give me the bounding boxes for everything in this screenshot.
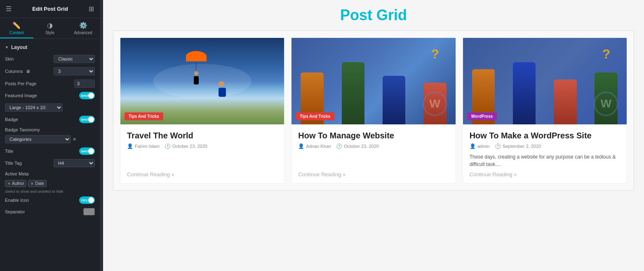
resize-handle[interactable]: ⋮ <box>100 0 103 271</box>
separator-label: Separator <box>5 209 81 214</box>
sky-head <box>194 71 198 75</box>
post-card-1: Tips And Tricks Travel The World 👤 Fahim… <box>120 37 284 184</box>
person-2 <box>342 62 365 124</box>
freefall-head <box>219 81 224 87</box>
image-size-row: Large - 1024 x 10: <box>0 101 100 114</box>
menu-icon[interactable]: ☰ <box>5 4 12 14</box>
post-2-body: How To Manage Website 👤 Adnan Khan 🕐 Oct… <box>291 124 455 183</box>
post-2-continue[interactable]: Continue Reading » <box>298 171 449 178</box>
post-image-wp1: ? W Tips And Tricks <box>291 38 455 124</box>
featured-image-toggle[interactable]: SHOW <box>79 92 95 99</box>
posts-per-page-input[interactable] <box>74 79 95 88</box>
columns-label: Columns 🖥 <box>5 69 51 74</box>
post-1-title: Travel The World <box>127 130 277 141</box>
post-1-author: 👤 Fahim Islam <box>127 143 160 149</box>
post-card-3: ? W WordPress How To Make a WordPress Si… <box>463 37 627 184</box>
badge-taxonomy-select[interactable]: Categories <box>5 135 71 143</box>
skin-select[interactable]: Classic <box>54 55 95 63</box>
active-meta-tags: ✕ Author ✕ Date <box>0 178 100 189</box>
post-3-continue[interactable]: Continue Reading » <box>470 171 620 178</box>
posts-per-page-row: Posts Per Page <box>0 77 100 90</box>
title-tag-label: Title Tag <box>5 161 51 166</box>
post-image-sky: Tips And Tricks <box>120 38 284 124</box>
tab-advanced[interactable]: ⚙️ Advanced <box>66 18 100 38</box>
post-2-author-name: Adnan Khan <box>306 144 331 149</box>
tag-date[interactable]: ✕ Date <box>28 180 46 187</box>
freefall-person <box>219 81 226 97</box>
featured-image-toggle-label: SHOW <box>79 94 91 98</box>
content-icon: ✏️ <box>12 21 21 29</box>
active-meta-row: Active Meta <box>0 169 100 178</box>
wp-logo-2: W <box>594 91 618 116</box>
grid-icon[interactable]: ⊞ <box>88 4 95 14</box>
badge-label: Badge <box>5 117 77 122</box>
monitor-icon: 🖥 <box>26 69 30 74</box>
person-3 <box>383 76 406 124</box>
author-icon-3: 👤 <box>470 143 476 149</box>
post-3-date: 🕐 September 2, 2020 <box>495 143 541 149</box>
post-1-author-name: Fahim Islam <box>135 144 160 149</box>
post-1-body: Travel The World 👤 Fahim Islam 🕐 October… <box>120 124 284 183</box>
badge-taxonomy-control-row: Categories ✕ <box>0 134 100 145</box>
post-3-title: How To Make a WordPress Site <box>470 130 620 141</box>
badge-taxonomy-control: Categories ✕ <box>5 135 76 143</box>
post-2-author: 👤 Adnan Khan <box>298 143 331 149</box>
separator-row: Separator <box>0 206 100 217</box>
sidebar-body: ▼ Layout Skin Classic Columns 🖥 3 2 1 Po… <box>0 39 100 271</box>
separator-color-swatch[interactable] <box>83 208 95 215</box>
tab-content[interactable]: ✏️ Content <box>0 18 33 38</box>
tabs: ✏️ Content ◑ Style ⚙️ Advanced <box>0 18 100 39</box>
post-3-author: 👤 admin <box>470 143 490 149</box>
tag-author-label: Author <box>12 181 24 186</box>
post-1-continue[interactable]: Continue Reading » <box>127 171 277 178</box>
enable-icon-label: Enable Icon <box>5 198 77 203</box>
question-marks-1: ? <box>431 47 439 62</box>
author-icon-2: 👤 <box>298 143 304 149</box>
layout-label: Layout <box>11 44 27 50</box>
post-1-badge: Tips And Tricks <box>125 112 163 120</box>
post-2-meta: 👤 Adnan Khan 🕐 October 23, 2020 <box>298 143 449 149</box>
tab-advanced-label: Advanced <box>74 30 92 35</box>
wp-logo-1: W <box>423 91 447 116</box>
post-grid: Tips And Tricks Travel The World 👤 Fahim… <box>113 30 634 191</box>
title-tag-select[interactable]: H4 H1 H2 H3 <box>54 159 95 167</box>
badge-taxonomy-label: Badge Taxonomy <box>5 127 95 132</box>
post-2-date: 🕐 October 23, 2020 <box>336 143 379 149</box>
post-3-meta: 👤 admin 🕐 September 2, 2020 <box>470 143 620 149</box>
post-1-date-value: October 23, 2020 <box>172 144 207 149</box>
badge-row: Badge SHOW <box>0 114 100 125</box>
tab-style[interactable]: ◑ Style <box>33 18 67 38</box>
title-label: Title <box>5 149 77 154</box>
post-3-badge: WordPress <box>467 112 497 120</box>
badge-taxonomy-clear[interactable]: ✕ <box>73 137 76 142</box>
title-tag-row: Title Tag H4 H1 H2 H3 <box>0 157 100 169</box>
post-3-author-name: admin <box>477 144 490 149</box>
post-3-date-value: September 2, 2020 <box>503 144 541 149</box>
badge-toggle[interactable]: SHOW <box>79 116 95 123</box>
columns-select[interactable]: 3 2 1 <box>54 67 95 75</box>
post-image-wp2: ? W WordPress <box>463 38 627 124</box>
title-row: Title SHOW <box>0 145 100 157</box>
author-icon-1: 👤 <box>127 143 133 149</box>
tag-author-x[interactable]: ✕ <box>7 182 11 186</box>
tag-author[interactable]: ✕ Author <box>5 180 26 187</box>
person-6 <box>513 62 536 124</box>
title-toggle[interactable]: SHOW <box>79 147 95 155</box>
columns-row: Columns 🖥 3 2 1 <box>0 65 100 77</box>
layout-section[interactable]: ▼ Layout <box>0 42 100 53</box>
post-2-badge: Tips And Tricks <box>296 112 334 120</box>
freefall-body <box>219 88 226 97</box>
title-toggle-label: SHOW <box>79 150 91 153</box>
tag-date-label: Date <box>35 181 44 186</box>
clock-icon-1: 🕐 <box>165 143 171 149</box>
image-size-select[interactable]: Large - 1024 x 10: <box>5 103 63 112</box>
tab-content-label: Content <box>9 30 24 35</box>
badge-toggle-label: SHOW <box>79 118 91 121</box>
post-3-excerpt: These days, creating a website for any p… <box>470 153 620 168</box>
parachute <box>186 51 207 61</box>
tag-date-x[interactable]: ✕ <box>31 182 34 186</box>
clock-icon-2: 🕐 <box>336 143 342 149</box>
skin-label: Skin <box>5 56 51 61</box>
enable-icon-toggle[interactable]: YES <box>79 196 95 204</box>
featured-image-label: Featured Image <box>5 93 77 98</box>
